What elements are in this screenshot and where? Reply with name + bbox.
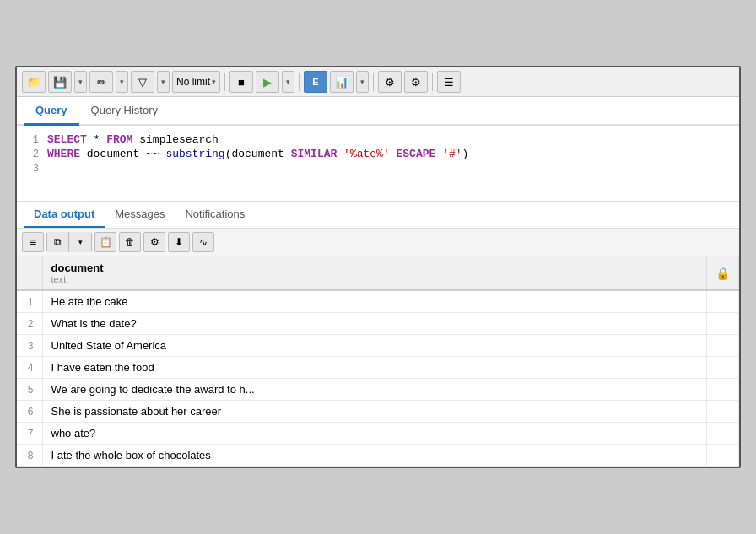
table-row: 2 What is the date?: [17, 313, 739, 335]
tab-messages[interactable]: Messages: [105, 202, 175, 228]
graph-button[interactable]: ∿: [192, 232, 214, 252]
filter-data-button[interactable]: ⚙: [143, 232, 165, 252]
cell-empty: [707, 379, 739, 401]
table-row: 1 He ate the cake: [17, 290, 739, 313]
row-number: 1: [17, 290, 42, 313]
cell-document[interactable]: We are going to dedicate the award to h.…: [42, 379, 707, 401]
toolbar-separator-3: [373, 73, 374, 91]
data-table-container: document text 🔒 1 He ate the cake 2 What…: [17, 256, 739, 467]
filter-button[interactable]: ▽: [131, 71, 154, 93]
table-row: 7 who ate?: [17, 423, 739, 445]
copy-button-group: ⧉ ▾: [46, 232, 92, 252]
chart-dropdown[interactable]: ▾: [356, 71, 369, 93]
main-window: 📁 💾 ▾ ✏ ▾ ▽ ▾ No limit ▾ ■ ▶ ▾ E 📊 ▾ ⚙ ⚙: [15, 66, 741, 468]
tab-data-output[interactable]: Data output: [24, 202, 105, 228]
line-number-1: 1: [17, 134, 47, 146]
save-dropdown[interactable]: ▾: [74, 71, 87, 93]
play-dropdown[interactable]: ▾: [282, 71, 294, 93]
toolbar-separator-1: [224, 73, 225, 91]
column-type-document: text: [51, 274, 699, 284]
menu-button[interactable]: ☰: [437, 71, 461, 93]
row-number: 6: [17, 401, 42, 423]
row-number: 4: [17, 357, 42, 379]
cell-empty: [707, 401, 739, 423]
lock-column-header: 🔒: [707, 256, 739, 290]
download-button[interactable]: ⬇: [168, 232, 190, 252]
delete-button[interactable]: 🗑: [119, 232, 141, 252]
editor-line-1: 1 SELECT * FROM simplesearch: [17, 132, 739, 147]
row-number: 8: [17, 445, 42, 467]
cell-document[interactable]: She is passionate about her career: [42, 401, 707, 423]
row-number: 7: [17, 423, 42, 445]
macro-button[interactable]: ⚙: [404, 71, 428, 93]
folder-button[interactable]: 📁: [22, 71, 46, 93]
cell-empty: [707, 357, 739, 379]
line-number-3: 3: [17, 163, 47, 175]
table-row: 5 We are going to dedicate the award to …: [17, 379, 739, 401]
row-number: 2: [17, 313, 42, 335]
cell-empty: [707, 445, 739, 467]
cell-document[interactable]: He ate the cake: [42, 290, 707, 313]
save-button[interactable]: 💾: [48, 71, 72, 93]
tab-notifications[interactable]: Notifications: [175, 202, 255, 228]
cell-empty: [707, 423, 739, 445]
cell-empty: [707, 335, 739, 357]
tab-query[interactable]: Query: [24, 97, 79, 126]
cell-document[interactable]: I have eaten the food: [42, 357, 707, 379]
output-tabs: Data output Messages Notifications: [17, 202, 739, 229]
cell-empty: [707, 290, 739, 313]
table-row: 3 United State of America: [17, 335, 739, 357]
column-name-document: document: [51, 262, 104, 274]
cell-document[interactable]: who ate?: [42, 423, 707, 445]
sql-editor[interactable]: 1 SELECT * FROM simplesearch 2 WHERE doc…: [17, 126, 739, 202]
table-row: 4 I have eaten the food: [17, 357, 739, 379]
toolbar-separator-2: [299, 73, 300, 91]
cell-document[interactable]: I ate the whole box of chocolates: [42, 445, 707, 467]
copy-button[interactable]: ⧉: [47, 232, 69, 252]
no-limit-dropdown[interactable]: No limit ▾: [172, 71, 220, 93]
editor-line-3: 3: [17, 161, 739, 175]
editor-line-2: 2 WHERE document ~~ substring(document S…: [17, 147, 739, 161]
column-header-document[interactable]: document text: [42, 256, 707, 290]
query-tabs: Query Query History: [17, 97, 739, 126]
table-row: 6 She is passionate about her career: [17, 401, 739, 423]
line-number-2: 2: [17, 148, 47, 160]
cell-document[interactable]: United State of America: [42, 335, 707, 357]
lock-icon: 🔒: [716, 267, 730, 280]
row-number: 3: [17, 335, 42, 357]
play-button[interactable]: ▶: [256, 71, 279, 93]
tab-query-history[interactable]: Query History: [79, 97, 170, 126]
line-content-3: [47, 162, 739, 175]
export-button[interactable]: ⚙: [378, 71, 402, 93]
action-toolbar: ≡ ⧉ ▾ 📋 🗑 ⚙ ⬇ ∿: [17, 229, 739, 256]
chart-button[interactable]: 📊: [330, 71, 354, 93]
edit-button[interactable]: ✏: [89, 71, 113, 93]
stop-button[interactable]: ■: [230, 71, 253, 93]
paste-button[interactable]: 📋: [94, 232, 116, 252]
toolbar-separator-4: [432, 73, 433, 91]
table-row: 8 I ate the whole box of chocolates: [17, 445, 739, 467]
copy-dropdown[interactable]: ▾: [69, 232, 91, 252]
data-table: document text 🔒 1 He ate the cake 2 What…: [17, 256, 739, 467]
row-num-header: [17, 256, 42, 290]
filter-dropdown[interactable]: ▾: [157, 71, 170, 93]
line-content-2: WHERE document ~~ substring(document SIM…: [47, 148, 739, 160]
main-toolbar: 📁 💾 ▾ ✏ ▾ ▽ ▾ No limit ▾ ■ ▶ ▾ E 📊 ▾ ⚙ ⚙: [17, 67, 739, 97]
cell-document[interactable]: What is the date?: [42, 313, 707, 335]
row-number: 5: [17, 379, 42, 401]
no-limit-label: No limit: [176, 76, 210, 88]
line-content-1: SELECT * FROM simplesearch: [47, 133, 739, 146]
add-row-button[interactable]: ≡: [22, 232, 44, 252]
cell-empty: [707, 313, 739, 335]
edit-dropdown[interactable]: ▾: [116, 71, 128, 93]
explain-button[interactable]: E: [304, 71, 327, 93]
